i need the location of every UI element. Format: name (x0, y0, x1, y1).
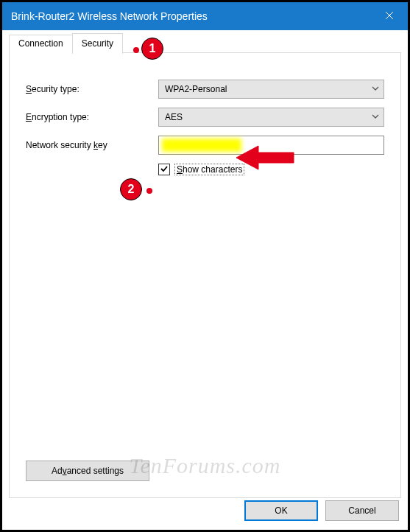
security-panel: Security type: WPA2-Personal Encryption … (9, 52, 401, 498)
ok-button[interactable]: OK (244, 500, 318, 521)
show-characters-checkbox[interactable] (158, 164, 170, 175)
security-type-select[interactable]: WPA2-Personal (158, 80, 384, 99)
cancel-button-label: Cancel (348, 505, 375, 516)
security-type-row: Security type: WPA2-Personal (26, 80, 384, 99)
tab-security-label: Security (82, 38, 113, 49)
close-button[interactable] (371, 2, 408, 30)
svg-marker-2 (236, 146, 294, 169)
security-type-value: WPA2-Personal (165, 84, 227, 94)
close-icon (385, 11, 394, 22)
encryption-type-row: Encryption type: AES (26, 108, 384, 127)
chevron-down-icon (372, 112, 379, 122)
encryption-type-label: Encryption type: (26, 112, 158, 122)
title-bar: Brink-Router2 Wireless Network Propertie… (2, 2, 408, 30)
tab-security[interactable]: Security (72, 33, 123, 54)
network-key-label: Network security key (26, 140, 158, 150)
chevron-down-icon (372, 84, 379, 94)
annotation-dot-2 (146, 188, 152, 194)
show-characters-label: Show characters (174, 164, 244, 175)
annotation-arrow (236, 144, 295, 174)
window-title: Brink-Router2 Wireless Network Propertie… (11, 10, 208, 22)
advanced-settings-label: Advanced settings (52, 466, 124, 476)
annotation-callout-1: 1 (141, 38, 163, 60)
annotation-dot-1 (133, 47, 139, 53)
cancel-button[interactable]: Cancel (325, 500, 399, 521)
security-type-label: Security type: (26, 84, 158, 94)
ok-button-label: OK (275, 505, 287, 516)
advanced-settings-button[interactable]: Advanced settings (26, 461, 149, 481)
encryption-type-value: AES (165, 112, 183, 122)
tab-connection[interactable]: Connection (9, 35, 73, 54)
dialog-button-row: OK Cancel (244, 500, 399, 521)
network-key-value-redacted (162, 139, 241, 152)
encryption-type-select[interactable]: AES (158, 108, 384, 127)
network-key-row: Network security key (26, 136, 384, 155)
checkmark-icon (160, 164, 169, 175)
annotation-callout-2: 2 (120, 178, 142, 200)
tab-connection-label: Connection (18, 38, 63, 49)
tab-row: Connection Security (2, 30, 408, 53)
